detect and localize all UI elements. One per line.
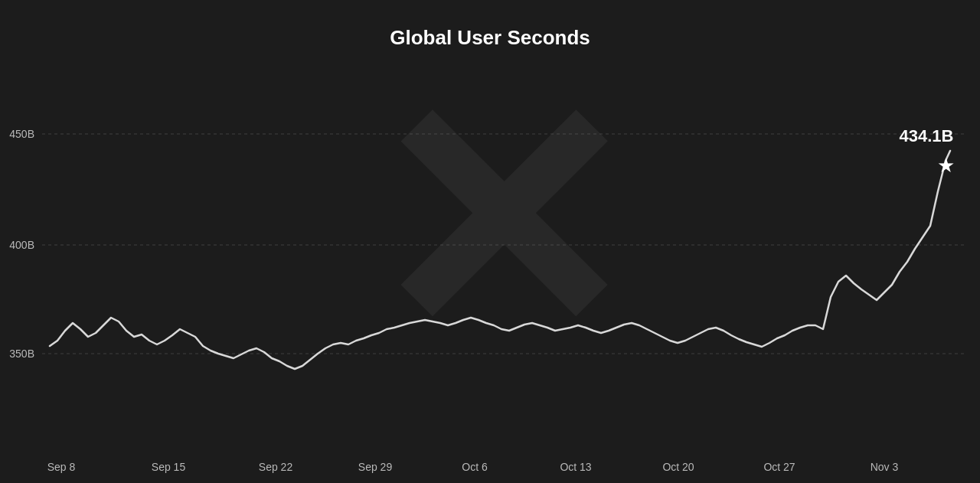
x-label-oct6: Oct 6: [462, 461, 488, 473]
x-label-sep8: Sep 8: [47, 461, 76, 473]
x-label-oct20: Oct 20: [662, 461, 694, 473]
x-label-sep29: Sep 29: [358, 461, 393, 473]
y-label-350: 350B: [9, 348, 34, 360]
x-label-sep15: Sep 15: [152, 461, 186, 473]
chart-title: Global User Seconds: [390, 26, 590, 49]
peak-star: ★: [937, 154, 955, 177]
x-label-oct27: Oct 27: [763, 461, 795, 473]
chart-svg: 450B 400B 350B Sep 8 Sep 15 Sep 22 Sep 2…: [0, 0, 980, 483]
y-label-450: 450B: [9, 128, 34, 140]
x-label-sep22: Sep 22: [259, 461, 293, 473]
peak-value-label: 434.1B: [900, 126, 954, 145]
chart-container: ✕ 450B 400B 350B Sep 8 Sep 15 Sep 22 Sep…: [0, 0, 980, 483]
chart-line: [50, 151, 950, 369]
x-label-oct13: Oct 13: [560, 461, 591, 473]
x-label-nov3: Nov 3: [871, 461, 899, 473]
y-label-400: 400B: [9, 239, 34, 251]
